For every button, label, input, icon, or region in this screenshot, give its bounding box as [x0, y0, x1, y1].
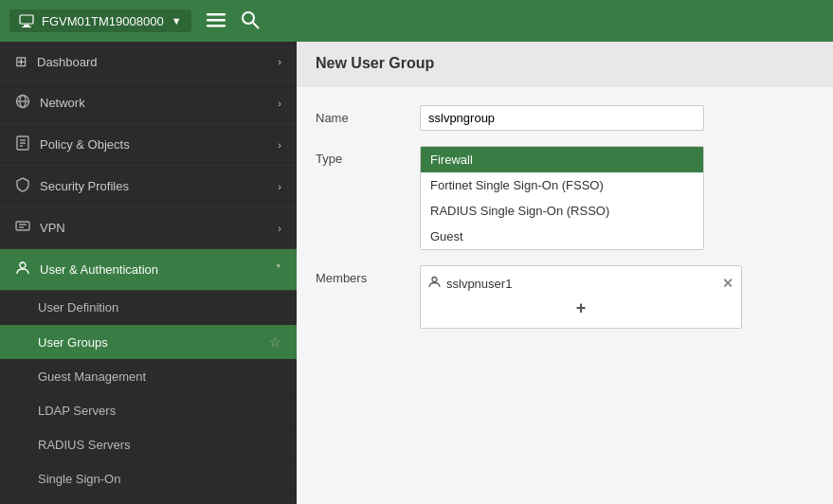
sidebar-item-dashboard[interactable]: ⊞ Dashboard ›: [0, 42, 297, 82]
device-icon: [19, 13, 34, 28]
type-dropdown[interactable]: Firewall Fortinet Single Sign-On (FSSO) …: [420, 146, 704, 250]
sidebar-label-security: Security Profiles: [40, 179, 278, 193]
star-icon[interactable]: ☆: [269, 334, 281, 350]
subitem-label-ldap-servers: LDAP Servers: [38, 404, 281, 418]
member-name: sslvpnuser1: [446, 277, 716, 291]
type-option-guest[interactable]: Guest: [421, 224, 703, 249]
remove-member-button[interactable]: ✕: [722, 276, 733, 291]
menu-icon: [207, 10, 226, 29]
content-body: Name Type Firewall Fortinet Single Sign-…: [297, 86, 833, 504]
subitem-label-user-groups: User Groups: [38, 335, 262, 350]
type-option-rsso[interactable]: RADIUS Single Sign-On (RSSO): [421, 198, 703, 224]
chevron-vpn: ›: [278, 223, 281, 234]
subitem-label-radius-servers: RADIUS Servers: [38, 438, 281, 452]
content-area: New User Group Name Type Firewall Fortin…: [297, 42, 833, 504]
chevron-security: ›: [278, 181, 281, 192]
user-icon: [428, 276, 441, 291]
sidebar-label-policy: Policy & Objects: [40, 137, 278, 152]
form-row-members: Members sslvpnuser1 ✕: [316, 265, 814, 329]
hamburger-icon[interactable]: [207, 10, 226, 32]
user-auth-icon: [15, 261, 30, 279]
sidebar: ⊞ Dashboard › Network ›: [0, 42, 297, 504]
type-option-fsso[interactable]: Fortinet Single Sign-On (FSSO): [421, 172, 703, 198]
sidebar-label-network: Network: [40, 96, 278, 110]
form-row-type: Type Firewall Fortinet Single Sign-On (F…: [316, 146, 814, 250]
sidebar-item-user-auth[interactable]: User & Authentication ˅: [0, 249, 297, 291]
sidebar-subitem-ldap-servers[interactable]: LDAP Servers: [0, 394, 297, 428]
svg-point-19: [432, 278, 437, 282]
members-label: Members: [316, 265, 420, 285]
sidebar-subitem-guest-management[interactable]: Guest Management: [0, 360, 297, 394]
name-field: [420, 105, 814, 131]
type-option-firewall[interactable]: Firewall: [421, 147, 703, 172]
chevron-policy: ›: [278, 139, 281, 151]
search-icon[interactable]: [241, 10, 260, 32]
dashboard-icon: ⊞: [15, 53, 27, 70]
svg-rect-1: [24, 25, 29, 27]
vpn-icon: [15, 219, 30, 237]
main-layout: ⊞ Dashboard › Network ›: [0, 42, 833, 504]
sidebar-subitem-auth-settings[interactable]: Authentication Settings: [0, 496, 297, 504]
svg-rect-3: [207, 13, 226, 16]
policy-icon: [15, 135, 30, 153]
members-field: sslvpnuser1 ✕ +: [420, 265, 814, 329]
svg-point-6: [243, 12, 254, 24]
device-chevron: ▼: [172, 15, 182, 27]
svg-rect-4: [207, 19, 226, 22]
page-title: New User Group: [297, 42, 833, 86]
subitem-label-user-definition: User Definition: [38, 300, 281, 315]
sidebar-item-vpn[interactable]: VPN ›: [0, 207, 297, 249]
type-field: Firewall Fortinet Single Sign-On (FSSO) …: [420, 146, 814, 250]
add-member-button[interactable]: +: [428, 295, 733, 322]
svg-line-7: [253, 23, 259, 28]
svg-rect-5: [207, 25, 226, 27]
svg-rect-15: [16, 222, 29, 230]
chevron-network: ›: [278, 98, 281, 109]
member-item: sslvpnuser1 ✕: [428, 272, 733, 295]
svg-point-18: [20, 262, 26, 268]
sidebar-item-network[interactable]: Network ›: [0, 82, 297, 124]
name-input[interactable]: [420, 105, 704, 131]
sidebar-item-security[interactable]: Security Profiles ›: [0, 166, 297, 207]
chevron-dashboard: ›: [278, 56, 281, 67]
members-box: sslvpnuser1 ✕ +: [420, 265, 742, 329]
svg-rect-2: [22, 27, 31, 27]
sidebar-item-policy[interactable]: Policy & Objects ›: [0, 124, 297, 166]
device-selector[interactable]: FGVM01TM19008000 ▼: [9, 9, 191, 32]
subitem-label-guest-management: Guest Management: [38, 369, 281, 384]
chevron-user-auth: ˅: [276, 263, 281, 276]
topbar: FGVM01TM19008000 ▼: [0, 0, 833, 42]
sidebar-subitem-radius-servers[interactable]: RADIUS Servers: [0, 428, 297, 462]
sidebar-subitem-user-groups[interactable]: User Groups ☆: [0, 325, 297, 360]
search-svg: [241, 10, 260, 29]
sidebar-label-vpn: VPN: [40, 221, 278, 235]
form-row-name: Name: [316, 105, 814, 131]
sidebar-label-dashboard: Dashboard: [37, 55, 278, 69]
device-name: FGVM01TM19008000: [42, 14, 164, 28]
subitem-label-single-sign-on: Single Sign-On: [38, 472, 281, 486]
name-label: Name: [316, 105, 420, 125]
security-icon: [15, 177, 30, 195]
type-label: Type: [316, 146, 420, 166]
network-icon: [15, 94, 30, 112]
sidebar-subitem-user-definition[interactable]: User Definition: [0, 291, 297, 325]
svg-rect-0: [20, 15, 33, 24]
sidebar-subitem-single-sign-on[interactable]: Single Sign-On: [0, 462, 297, 496]
sidebar-label-user-auth: User & Authentication: [40, 262, 276, 277]
